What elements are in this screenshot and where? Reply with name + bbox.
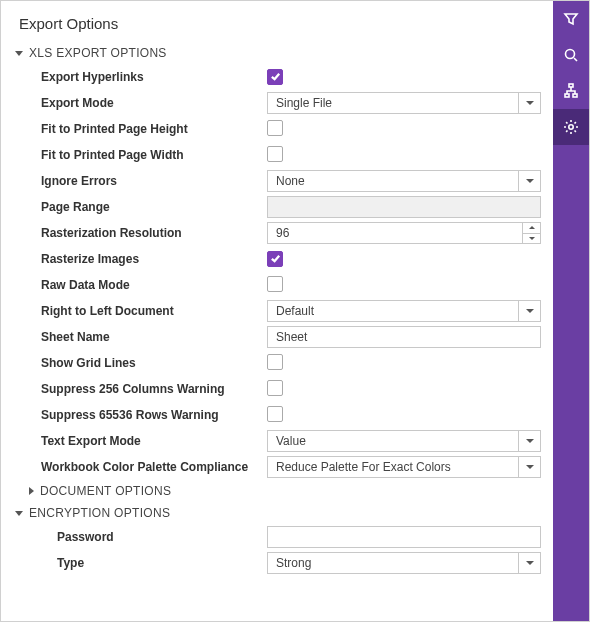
select-value: Strong (276, 556, 311, 570)
field-label: Raw Data Mode (41, 278, 267, 292)
rasterize-images-checkbox[interactable] (267, 251, 283, 267)
filter-icon (563, 11, 579, 27)
rtl-select[interactable]: Default (267, 300, 541, 322)
section-label: XLS EXPORT OPTIONS (29, 46, 167, 60)
suppress-256-checkbox[interactable] (267, 380, 283, 396)
panel-title: Export Options (1, 1, 553, 42)
ignore-errors-select[interactable]: None (267, 170, 541, 192)
field-label: Suppress 256 Columns Warning (41, 382, 267, 396)
svg-point-5 (569, 125, 573, 129)
show-grid-lines-checkbox[interactable] (267, 354, 283, 370)
field-label: Sheet Name (41, 330, 267, 344)
caret-down-icon (518, 301, 540, 321)
search-icon (563, 47, 579, 63)
encryption-type-select[interactable]: Strong (267, 552, 541, 574)
chevron-down-icon (15, 511, 23, 516)
chevron-down-icon (15, 51, 23, 56)
select-value: Default (276, 304, 314, 318)
sheet-name-input[interactable] (267, 326, 541, 348)
field-label: Suppress 65536 Rows Warning (41, 408, 267, 422)
input-value: 96 (276, 226, 289, 240)
section-label: ENCRYPTION OPTIONS (29, 506, 170, 520)
select-value: Single File (276, 96, 332, 110)
field-label: Page Range (41, 200, 267, 214)
field-label: Password (57, 530, 267, 544)
section-xls-export-options[interactable]: XLS EXPORT OPTIONS (1, 42, 553, 64)
field-label: Rasterize Images (41, 252, 267, 266)
field-label: Export Mode (41, 96, 267, 110)
gear-icon (563, 119, 579, 135)
raw-data-mode-checkbox[interactable] (267, 276, 283, 292)
tree-icon (563, 83, 579, 99)
text-export-mode-select[interactable]: Value (267, 430, 541, 452)
caret-down-icon (518, 553, 540, 573)
field-label: Show Grid Lines (41, 356, 267, 370)
field-list-button[interactable] (553, 73, 589, 109)
field-label: Workbook Color Palette Compliance (41, 460, 267, 474)
select-value: None (276, 174, 305, 188)
field-label: Rasterization Resolution (41, 226, 267, 240)
caret-down-icon (518, 93, 540, 113)
section-label: DOCUMENT OPTIONS (40, 484, 171, 498)
svg-rect-4 (573, 94, 577, 97)
field-label: Export Hyperlinks (41, 70, 267, 84)
field-label: Type (57, 556, 267, 570)
suppress-65536-checkbox[interactable] (267, 406, 283, 422)
select-value: Value (276, 434, 306, 448)
palette-select[interactable]: Reduce Palette For Exact Colors (267, 456, 541, 478)
rasterization-resolution-input[interactable]: 96 (267, 222, 541, 244)
chevron-right-icon (29, 487, 34, 495)
svg-point-0 (566, 50, 575, 59)
field-label: Fit to Printed Page Height (41, 122, 267, 136)
field-label: Ignore Errors (41, 174, 267, 188)
right-sidebar (553, 1, 589, 621)
field-label: Text Export Mode (41, 434, 267, 448)
svg-rect-2 (569, 84, 573, 87)
svg-line-1 (574, 58, 577, 61)
section-encryption-options[interactable]: ENCRYPTION OPTIONS (1, 502, 553, 524)
field-label: Fit to Printed Page Width (41, 148, 267, 162)
select-value: Reduce Palette For Exact Colors (276, 460, 451, 474)
fit-height-checkbox[interactable] (267, 120, 283, 136)
settings-button[interactable] (553, 109, 589, 145)
field-label: Right to Left Document (41, 304, 267, 318)
export-hyperlinks-checkbox[interactable] (267, 69, 283, 85)
export-options-panel: Export Options XLS EXPORT OPTIONS Export… (1, 1, 553, 621)
search-button[interactable] (553, 37, 589, 73)
spin-down-button[interactable] (523, 234, 540, 244)
caret-down-icon (518, 431, 540, 451)
page-range-input[interactable] (267, 196, 541, 218)
svg-rect-3 (565, 94, 569, 97)
fit-width-checkbox[interactable] (267, 146, 283, 162)
caret-down-icon (518, 171, 540, 191)
export-mode-select[interactable]: Single File (267, 92, 541, 114)
caret-down-icon (518, 457, 540, 477)
filter-button[interactable] (553, 1, 589, 37)
password-input[interactable] (267, 526, 541, 548)
spin-up-button[interactable] (523, 223, 540, 234)
section-document-options[interactable]: DOCUMENT OPTIONS (1, 480, 553, 502)
